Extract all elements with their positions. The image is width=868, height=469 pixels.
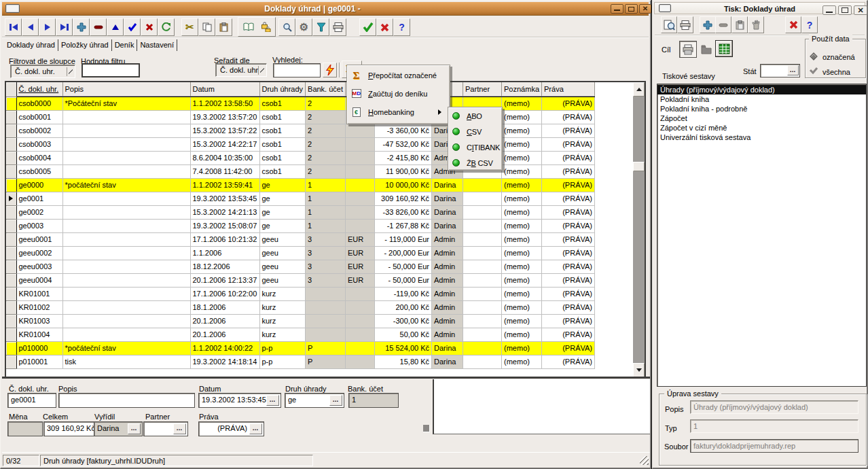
row-selector[interactable]	[6, 97, 16, 110]
maximize-button[interactable]	[625, 4, 638, 14]
sort-combo[interactable]: Č. dokl. uhr	[215, 63, 267, 77]
row-selector[interactable]	[6, 355, 16, 368]
form-field-celkem[interactable]: 309 160,92 Kč	[43, 421, 96, 436]
help-button[interactable]: ?	[393, 18, 410, 36]
print-hand-button[interactable]	[748, 16, 764, 33]
search-input[interactable]	[273, 63, 321, 77]
close-button[interactable]: ✕	[639, 4, 651, 14]
report-popis-field[interactable]: Úhrady (příjmový/výdajový doklad)	[690, 400, 858, 414]
resize-grip[interactable]	[640, 456, 649, 465]
reports-listbox[interactable]: Úhrady (příjmový/výdajový doklad)Pokladn…	[657, 84, 867, 387]
menu-item-za-tuj-do-den-ku[interactable]: MDZaúčtuj do deníku	[347, 84, 450, 103]
cancel-button[interactable]	[141, 18, 158, 36]
table-row[interactable]: geeu000420.1.2006 12:13:37geeu3EUR- 50,0…	[6, 273, 595, 287]
move-up-button[interactable]	[107, 18, 124, 36]
table-row[interactable]: csob000215.3.2002 13:57:22csob12-3 360,0…	[6, 124, 595, 137]
table-row[interactable]: ge000319.3.2002 15:08:07ge1-1 267,88 KčD…	[6, 219, 595, 232]
table-row[interactable]: p010001tisk19.3.2002 14:18:14p-pP15,80 K…	[6, 355, 595, 368]
col-header-9[interactable]: Partner	[463, 82, 502, 97]
submenu-item-csv[interactable]: CSV	[448, 124, 502, 139]
check-gray-icon[interactable]	[809, 67, 818, 75]
report-typ-field[interactable]: 1	[690, 419, 858, 433]
remove-button[interactable]	[90, 18, 107, 36]
main-titlebar[interactable]: Doklady úhrad | ge0001 - ✕	[2, 2, 649, 16]
col-header-10[interactable]: Poznámka	[502, 82, 542, 97]
form-field-popis[interactable]	[58, 393, 195, 408]
table-row[interactable]: geeu000117.1.2006 10:21:32geeu3EUR- 119,…	[6, 232, 595, 246]
table-row[interactable]: ge000119.3.2002 13:53:45ge1309 160,92 Kč…	[6, 192, 595, 205]
nav-first-button[interactable]	[5, 18, 22, 36]
report-item[interactable]: Zápočet v cizí měně	[657, 123, 866, 133]
target-table-button[interactable]	[715, 40, 733, 57]
option-oznacena[interactable]: označená	[822, 53, 855, 61]
table-row[interactable]: geeu000318.12.2006geeu3EUR- 50,000 EurAd…	[6, 260, 595, 273]
combo-drop-icon[interactable]	[67, 67, 73, 76]
report-item[interactable]: Úhrady (příjmový/výdajový doklad)	[657, 85, 866, 94]
print-maximize-button[interactable]	[838, 5, 852, 15]
search-button[interactable]	[278, 18, 295, 36]
row-selector[interactable]	[6, 273, 16, 287]
cut-button[interactable]: ✂	[181, 18, 198, 36]
col-header-2[interactable]: Popis	[62, 82, 190, 97]
col-header-3[interactable]: Datum	[190, 82, 259, 97]
nav-prev-button[interactable]	[22, 18, 39, 36]
row-selector[interactable]	[6, 151, 16, 164]
row-selector[interactable]	[6, 328, 16, 341]
submenu-item-citibank[interactable]: CITIBANK	[448, 139, 502, 155]
paste-button[interactable]	[215, 18, 232, 36]
tab-nastaveni[interactable]: Nastavení	[139, 39, 177, 51]
print-print-button[interactable]	[677, 16, 693, 33]
tab-doklady-uhrad[interactable]: Doklady úhrad	[6, 39, 58, 51]
row-selector[interactable]	[6, 232, 16, 246]
row-selector[interactable]	[6, 205, 16, 219]
row-selector[interactable]	[6, 287, 16, 300]
print-close-button[interactable]: ✕	[854, 5, 867, 15]
nav-last-button[interactable]	[56, 18, 73, 36]
form-field-vy-dil[interactable]: Darina…	[94, 421, 143, 436]
target-printer-button[interactable]	[679, 41, 697, 58]
splitter-handle[interactable]	[423, 425, 430, 432]
row-selector[interactable]	[6, 124, 16, 137]
lookup-dots-button[interactable]: …	[329, 395, 342, 406]
report-item[interactable]: Pokladní kniha - podrobně	[657, 104, 866, 114]
table-row[interactable]: ge000215.3.2002 14:21:13ge1-33 826,00 Kč…	[6, 205, 595, 219]
table-row[interactable]: csob00048.6.2004 10:35:00csob12-2 415,80…	[6, 151, 595, 164]
scroll-up-button[interactable]	[633, 82, 645, 97]
print-button[interactable]	[329, 18, 346, 36]
apply-button[interactable]	[359, 18, 376, 36]
filter-column-combo[interactable]: Č. dokl. uhr.	[10, 65, 75, 78]
row-selector[interactable]	[6, 178, 16, 192]
book-button[interactable]	[240, 18, 257, 35]
target-file-button[interactable]	[698, 41, 715, 58]
report-item[interactable]: Univerzální tisková sestava	[657, 133, 866, 142]
col-header-5[interactable]: Bank. účet	[306, 82, 346, 97]
menu-item-p-epo-tat-ozna-en-[interactable]: ΣPřepočítat označené	[347, 66, 450, 84]
structure-button[interactable]	[257, 18, 274, 35]
report-soubor-field[interactable]: faktury\dokladprijemuhrady.rep	[690, 439, 858, 453]
option-vsechna[interactable]: všechna	[822, 68, 850, 76]
form-field-druh-hrady[interactable]: ge…	[285, 393, 344, 408]
copy-button[interactable]	[198, 18, 215, 36]
memo-box[interactable]	[433, 379, 650, 434]
table-row[interactable]: KR0100117.1.2006 10:22:00kurz-119,00 KčA…	[6, 287, 595, 300]
selected-diamond-icon[interactable]	[810, 52, 818, 60]
col-header-11[interactable]: Práva	[542, 82, 595, 97]
submenu-item-abo[interactable]: ABO	[448, 108, 502, 124]
table-scrollbar[interactable]	[633, 82, 645, 377]
row-selector[interactable]	[6, 192, 16, 205]
report-item[interactable]: Pokladní kniha	[657, 94, 866, 104]
scrollbar-thumb[interactable]	[633, 162, 645, 171]
row-selector[interactable]	[6, 341, 16, 355]
discard-button[interactable]	[376, 18, 393, 36]
table-row[interactable]: csob000315.3.2002 14:22:17csob12-47 532,…	[6, 137, 595, 151]
filter-value-input[interactable]	[82, 63, 140, 77]
print-add-button[interactable]	[700, 16, 716, 33]
row-selector[interactable]	[6, 246, 16, 260]
col-header-0[interactable]	[6, 82, 16, 97]
scroll-down-button[interactable]	[633, 363, 645, 377]
filter-button[interactable]	[312, 18, 329, 36]
lookup-dots-button[interactable]: …	[266, 395, 279, 406]
table-row[interactable]: csob0000*Počáteční stav1.1.2002 13:58:50…	[6, 97, 595, 110]
table-header-row[interactable]: Č. dokl. uhr.PopisDatumDruh úhradyBank. …	[6, 82, 595, 97]
print-titlebar[interactable]: Tisk: Doklady úhrad ✕	[654, 2, 865, 14]
